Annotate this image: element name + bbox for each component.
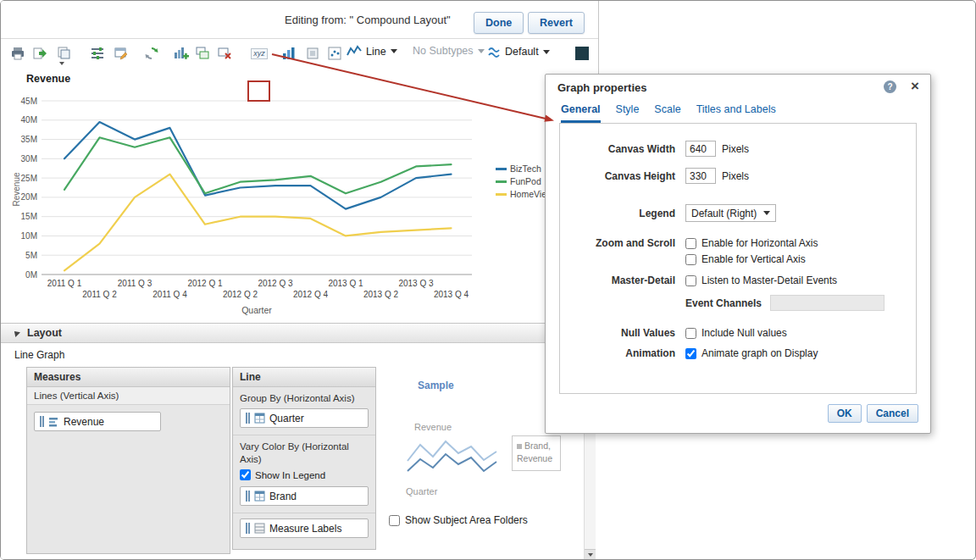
graph-properties-button[interactable]: xyz (249, 43, 269, 64)
layout-panel-title: Layout (27, 327, 62, 339)
master-detail-checkbox[interactable]: Listen to Master-Detail Events (685, 274, 837, 286)
svg-text:2011 Q 4: 2011 Q 4 (152, 290, 187, 299)
line-graph-icon (347, 45, 362, 58)
tab-general[interactable]: General (561, 103, 601, 123)
graph-subtype-dropdown: No Subtypes (413, 45, 485, 57)
svg-text:2012 Q 2: 2012 Q 2 (223, 290, 258, 299)
svg-text:15M: 15M (21, 212, 37, 221)
null-values-checkbox[interactable]: Include Null values (685, 327, 787, 339)
measures-panel: Measures Lines (Vertical Axis) Revenue (26, 367, 230, 554)
event-channels-input (770, 295, 884, 311)
svg-text:2013 Q 1: 2013 Q 1 (328, 279, 363, 288)
measure-pill-revenue[interactable]: Revenue (34, 412, 161, 431)
cancel-button[interactable]: Cancel (867, 404, 918, 423)
animation-checkbox[interactable]: Animate graph on Display (685, 347, 818, 359)
color-swatch-icon[interactable] (572, 43, 592, 64)
show-subject-area-folders-checkbox[interactable]: Show Subject Area Folders (389, 514, 528, 526)
legend-select-value: Default (Right) (691, 208, 757, 219)
zoom-frame-icon[interactable] (302, 43, 323, 64)
zoom-vertical-checkbox[interactable]: Enable for Vertical Axis (685, 253, 818, 265)
measure-labels-pill[interactable]: Measure Labels (240, 518, 369, 538)
svg-text:2011 Q 2: 2011 Q 2 (82, 290, 117, 299)
tab-scale[interactable]: Scale (654, 103, 680, 123)
svg-text:Quarter: Quarter (241, 305, 272, 315)
drag-handle-icon (246, 491, 250, 502)
tab-titles-and-labels[interactable]: Titles and Labels (696, 103, 776, 123)
done-button[interactable]: Done (474, 12, 524, 34)
dialog-general-content: Canvas Width Pixels Canvas Height Pixels… (559, 123, 917, 394)
analysis-properties-icon[interactable] (87, 43, 108, 64)
sample-chart (406, 434, 503, 481)
svg-text:30M: 30M (21, 154, 37, 164)
dialog-tabs: GeneralStyleScaleTitles and Labels (546, 100, 930, 123)
group-by-pill-quarter[interactable]: Quarter (240, 408, 369, 428)
group-by-pill-label: Quarter (269, 413, 304, 424)
svg-text:2012 Q 3: 2012 Q 3 (258, 279, 293, 288)
master-detail-check-label: Listen to Master-Detail Events (702, 274, 837, 286)
graph-type-dropdown[interactable]: Line (347, 45, 397, 58)
vary-color-pill-brand[interactable]: Brand (240, 486, 369, 506)
scroll-down-icon (588, 553, 593, 557)
save-view-caret-icon[interactable] (59, 62, 64, 65)
style-dropdown[interactable]: Default (487, 45, 550, 58)
tab-style[interactable]: Style (616, 103, 640, 123)
ok-button[interactable]: OK (828, 404, 862, 423)
duplicate-view-icon[interactable] (192, 43, 213, 64)
sample-legend: Brand, Revenue (512, 435, 561, 471)
column-icon (254, 491, 265, 502)
scatter-select-icon[interactable] (324, 43, 345, 64)
lines-vertical-axis-label: Lines (Vertical Axis) (27, 387, 230, 405)
canvas-height-input[interactable] (685, 168, 716, 184)
svg-text:5M: 5M (25, 251, 37, 260)
show-subject-area-folders-label: Show Subject Area Folders (405, 514, 528, 526)
legend-select[interactable]: Default (Right) (685, 204, 776, 222)
new-view-icon[interactable] (170, 43, 191, 64)
svg-text:40M: 40M (21, 115, 37, 125)
drag-handle-icon (246, 413, 250, 424)
export-icon[interactable] (30, 43, 50, 64)
sample-x-axis-label: Quarter (406, 486, 437, 496)
zoom-horizontal-checkbox[interactable]: Enable for Horizontal Axis (685, 237, 818, 249)
layout-panel: Layout Line Graph Measures Lines (Vertic… (1, 323, 599, 560)
measure-labels-icon (254, 523, 265, 534)
editing-from-label: Editing from: " Compound Layout" (285, 14, 451, 26)
column-icon (254, 413, 265, 424)
revert-button[interactable]: Revert (528, 12, 585, 34)
print-icon[interactable] (8, 43, 28, 64)
svg-text:25M: 25M (21, 174, 37, 183)
svg-text:45M: 45M (21, 97, 37, 106)
bar-chart-icon[interactable] (279, 43, 299, 64)
app-window: Editing from: " Compound Layout" Done Re… (0, 0, 976, 560)
layout-panel-body: Line Graph Measures Lines (Vertical Axis… (1, 344, 599, 560)
chevron-down-icon (543, 50, 550, 54)
save-view-icon[interactable] (53, 43, 74, 64)
canvas-width-input[interactable] (685, 141, 716, 157)
line-panel-title: Line (233, 368, 375, 387)
layout-panel-header[interactable]: Layout (1, 323, 599, 343)
style-wave-icon (487, 45, 501, 58)
show-in-legend-label: Show In Legend (255, 470, 325, 480)
graph-properties-dialog: Graph properties ? × GeneralStyleScaleTi… (545, 74, 931, 434)
show-in-legend-checkbox[interactable]: Show In Legend (240, 469, 369, 480)
collapse-triangle-icon (12, 329, 20, 337)
scroll-down-button[interactable] (585, 549, 596, 560)
zoom-and-scroll-label: Zoom and Scroll (572, 237, 675, 249)
edit-view-icon[interactable] (111, 43, 131, 64)
svg-text:2011 Q 1: 2011 Q 1 (47, 279, 82, 288)
svg-text:35M: 35M (21, 135, 37, 144)
group-by-label: Group By (Horizontal Axis) (240, 392, 369, 404)
svg-text:2012 Q 4: 2012 Q 4 (293, 290, 329, 299)
close-icon[interactable]: × (911, 78, 919, 95)
sample-y-axis-label: Revenue (414, 422, 452, 432)
measure-pill-label: Revenue (64, 416, 104, 428)
remove-view-icon[interactable] (214, 43, 235, 64)
chevron-down-icon (763, 211, 770, 215)
event-channels-label: Event Channels (685, 297, 762, 309)
help-icon[interactable]: ? (884, 80, 896, 93)
sample-legend-line1: Brand, (524, 441, 551, 451)
editor-top-bar: Editing from: " Compound Layout" Done Re… (1, 1, 598, 39)
legend-bullet-icon (517, 444, 522, 449)
null-values-check-label: Include Null values (702, 327, 787, 339)
svg-text:2013 Q 2: 2013 Q 2 (363, 290, 399, 299)
refresh-icon[interactable] (141, 43, 162, 64)
